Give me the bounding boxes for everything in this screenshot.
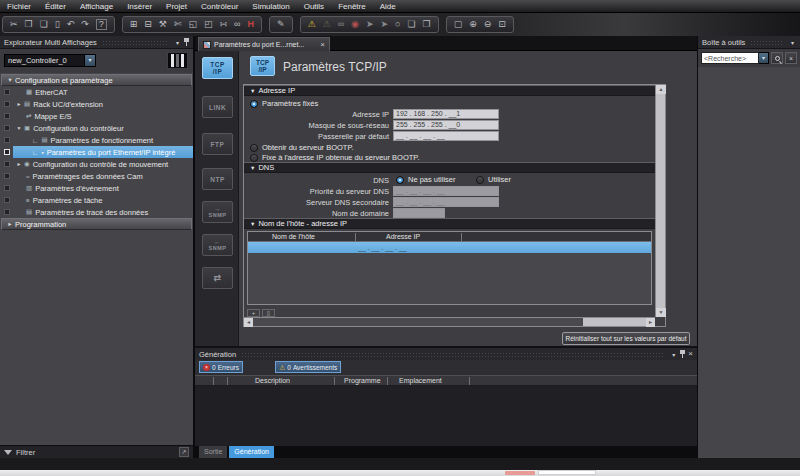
- window-pair-alt-icon[interactable]: ❐: [423, 20, 431, 29]
- nav-ftp-button[interactable]: FTP: [202, 133, 233, 155]
- tree-item-ethercat[interactable]: ▦ EtherCAT: [0, 86, 193, 98]
- arrow-right-icon[interactable]: ►: [5, 221, 15, 227]
- tree-item-operation-settings[interactable]: ∟ ▤ Paramètres de fonctionnement: [0, 134, 193, 146]
- nav-snmp-trap-button[interactable]: ← SNMP: [202, 234, 233, 256]
- record-icon[interactable]: ◉: [351, 20, 359, 29]
- menu-simulation[interactable]: Simulation: [245, 0, 296, 13]
- row-ip-value[interactable]: __ . __ . __ . __: [358, 242, 407, 253]
- online-stop-icon[interactable]: H: [247, 20, 254, 29]
- nav-snmp-button[interactable]: → SNMP: [202, 201, 233, 223]
- tree-item-cam-data[interactable]: ≈ Paramétrages des données Cam: [0, 170, 193, 182]
- radio-dns-no[interactable]: Ne pas utiliser: [396, 175, 456, 184]
- warning-dim-icon[interactable]: ⚠: [323, 20, 331, 29]
- tree-item-controller-setup[interactable]: ▼ ▣ Configuration du contrôleur: [0, 122, 193, 134]
- column-divider[interactable]: [469, 377, 470, 385]
- copy-icon[interactable]: ❐: [25, 20, 33, 29]
- expand-corner-icon[interactable]: ↗: [179, 447, 189, 457]
- tree-item-task-settings[interactable]: ≡ Paramètres de tâche: [0, 194, 193, 206]
- paste-icon[interactable]: ❏: [40, 20, 48, 29]
- scroll-right-icon[interactable]: ►: [646, 318, 655, 327]
- edit-icon[interactable]: ✎: [277, 20, 285, 29]
- hostname-table-row[interactable]: __ . __ . __ . __: [248, 242, 651, 253]
- chevron-down-icon[interactable]: ▾: [84, 55, 95, 66]
- help-icon[interactable]: ?: [96, 19, 107, 30]
- subnet-mask-field[interactable]: 255 . 255 . 255 . __0: [393, 120, 499, 130]
- status-box[interactable]: [4, 197, 10, 203]
- radio-icon[interactable]: [396, 176, 404, 184]
- status-box[interactable]: [4, 89, 10, 95]
- column-hostname[interactable]: Nom de l'hôte: [272, 233, 315, 240]
- search-button[interactable]: [771, 52, 783, 64]
- tab-generation[interactable]: Génération: [229, 446, 274, 458]
- nav-ntp-button[interactable]: NTP: [202, 168, 233, 190]
- column-divider[interactable]: [461, 233, 462, 241]
- project-window-icon[interactable]: ⊞: [130, 20, 138, 29]
- scrollbar-thumb[interactable]: [253, 318, 583, 326]
- step-icon[interactable]: ➤: [366, 20, 374, 29]
- redo-icon[interactable]: ↷: [81, 20, 89, 29]
- zoom-in-icon[interactable]: ⊕: [469, 20, 477, 29]
- warning-icon[interactable]: ⚠: [308, 20, 316, 29]
- delete-row-button[interactable]: ▯: [262, 309, 275, 317]
- section-hostname[interactable]: ▼ Nom de l'hôte - adresse IP: [244, 218, 655, 229]
- zoom-fit-icon[interactable]: ⊡: [498, 20, 506, 29]
- tree-item-rack[interactable]: ► ▤ Rack UC/d'extension: [0, 98, 193, 110]
- status-box[interactable]: [4, 209, 10, 215]
- nav-fins-button[interactable]: ⇄: [202, 267, 233, 289]
- column-programme[interactable]: Programme: [344, 377, 381, 384]
- arrow-right-icon[interactable]: ►: [14, 101, 24, 107]
- column-ip[interactable]: Adresse IP: [386, 233, 420, 240]
- status-box[interactable]: [4, 149, 10, 155]
- status-box[interactable]: [4, 137, 10, 143]
- tree-section-configuration[interactable]: ▼ Configuration et paramétrage: [1, 74, 192, 86]
- status-box[interactable]: [4, 113, 10, 119]
- status-box[interactable]: [4, 101, 10, 107]
- tree-item-ethernet-ip-port[interactable]: ∟ ▪ Paramètres du port Ethernet/IP intég…: [0, 146, 193, 158]
- tab-ethernet-port-settings[interactable]: Paramètres du port E...rnet... ×: [198, 37, 330, 51]
- radio-icon[interactable]: [476, 176, 484, 184]
- errors-filter-button[interactable]: × 0 Erreurs: [199, 361, 243, 373]
- pin-icon[interactable]: [680, 350, 685, 359]
- radio-dns-yes[interactable]: Utiliser: [476, 175, 511, 184]
- close-icon[interactable]: ×: [688, 350, 693, 358]
- chevron-down-icon[interactable]: ▾: [759, 52, 769, 64]
- tree-item-motion-control[interactable]: ► ◉ Configuration du contrôle de mouveme…: [0, 158, 193, 170]
- zoom-region-icon[interactable]: ▢: [454, 20, 463, 29]
- menu-inserer[interactable]: Insérer: [120, 0, 159, 13]
- print-icon[interactable]: ⊟: [144, 20, 152, 29]
- status-box[interactable]: [4, 161, 10, 167]
- scroll-up-icon[interactable]: ▲: [656, 85, 666, 94]
- pin-icon[interactable]: [184, 38, 189, 47]
- search-binoculars-icon[interactable]: ∞: [234, 20, 240, 29]
- menu-aide[interactable]: Aide: [373, 0, 403, 13]
- arrow-right-icon[interactable]: ►: [14, 161, 24, 167]
- chevron-down-icon[interactable]: ▾: [791, 39, 794, 46]
- undo-icon[interactable]: ↶: [67, 20, 75, 29]
- horizontal-scrollbar[interactable]: ◄ ►: [244, 317, 655, 326]
- status-box[interactable]: [4, 185, 10, 191]
- close-icon[interactable]: ×: [320, 41, 325, 49]
- tree-item-data-trace[interactable]: ▤ Paramètres de tracé des données: [0, 206, 193, 218]
- nav-tcp-ip-button[interactable]: TCP /IP: [202, 57, 233, 79]
- warnings-filter-button[interactable]: ⚠ 0 Avertissements: [275, 361, 341, 373]
- arrow-down-icon[interactable]: ▼: [5, 77, 15, 83]
- tree-section-programmation[interactable]: ► Programmation: [1, 218, 192, 230]
- radio-bootp[interactable]: Obtenir du serveur BOOTP.: [250, 143, 354, 152]
- ip-address-field[interactable]: 192 . 168 . 250 . __1: [393, 109, 499, 119]
- clear-search-button[interactable]: ×: [785, 52, 797, 64]
- pause-icon[interactable]: ○: [395, 20, 400, 29]
- vertical-scrollbar[interactable]: ▲ ▼: [655, 85, 665, 317]
- delete-icon[interactable]: ▯: [55, 20, 60, 29]
- column-description[interactable]: Description: [255, 377, 290, 384]
- menu-projet[interactable]: Projet: [159, 0, 194, 13]
- chevron-down-icon[interactable]: ▾: [672, 351, 675, 358]
- column-divider[interactable]: [334, 377, 335, 385]
- toolbox-search-input[interactable]: [701, 52, 759, 64]
- menu-fenetre[interactable]: Fenêtre: [331, 0, 373, 13]
- column-divider[interactable]: [355, 233, 356, 241]
- radio-icon[interactable]: [250, 100, 258, 108]
- watch-icon[interactable]: ∞: [338, 20, 344, 29]
- filter-bar[interactable]: Filtrer ↗: [0, 445, 193, 458]
- chevron-down-icon[interactable]: ▾: [176, 39, 179, 46]
- scroll-down-icon[interactable]: ▼: [656, 308, 666, 317]
